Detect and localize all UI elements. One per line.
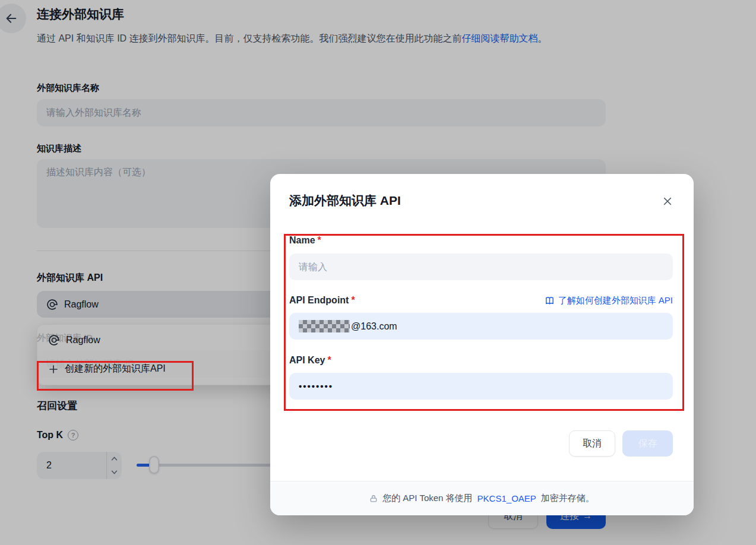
lock-icon — [369, 495, 378, 503]
token-security-note: 您的 API Token 将使用 PKCS1_OAEP 加密并存储。 — [270, 481, 694, 515]
annotation-box-create-api — [37, 361, 194, 391]
close-icon[interactable] — [660, 194, 675, 209]
modal-cancel-button[interactable]: 取消 — [569, 430, 615, 457]
modal-title: 添加外部知识库 API — [289, 192, 401, 209]
annotation-box-modal-fields — [284, 234, 684, 411]
token-note-prefix: 您的 API Token 将使用 — [382, 493, 472, 504]
modal-save-button[interactable]: 保存 — [622, 430, 673, 457]
modal-cancel-label: 取消 — [583, 438, 602, 450]
pkcs1-oaep-link[interactable]: PKCS1_OAEP — [477, 493, 536, 503]
token-note-suffix: 加密并存储。 — [541, 493, 594, 504]
modal-save-label: 保存 — [638, 438, 657, 450]
